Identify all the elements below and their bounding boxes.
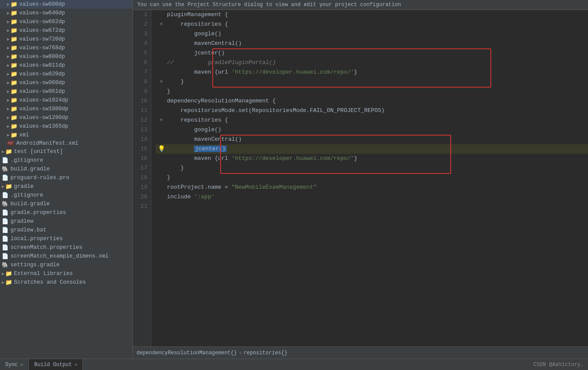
sidebar-item-gradle-properties[interactable]: 📄gradle.properties (0, 208, 133, 217)
sidebar-item-values-sw640dp[interactable]: ▶📁values-sw640dp (0, 9, 133, 17)
sidebar-item-xml[interactable]: ▶📁xml (0, 131, 133, 139)
code-text-6: // gradlePluginPortal() (167, 58, 276, 68)
sidebar-label: values-sw600dp (19, 1, 65, 7)
sidebar-item-values-sw811dp[interactable]: ▶📁values-sw811dp (0, 61, 133, 70)
folder-icon: 📁 (5, 270, 12, 277)
code-line-20: include ':app' (156, 192, 588, 202)
line-number-9: 9 (136, 87, 147, 96)
sidebar-item-AndroidManifest.xml[interactable]: MFAndroidManifest.xml (0, 139, 133, 147)
breadcrumb-part[interactable]: dependencyResolutionManagement{} (136, 350, 237, 356)
sidebar-label: values-sw768dp (19, 45, 65, 51)
code-text-18: } (167, 173, 170, 183)
code-line-10: dependencyResolutionManagement { (156, 96, 588, 106)
code-line-19: rootProject.name = "NewMobileExamManagem… (156, 183, 588, 192)
file-icon: 📄 (2, 192, 9, 199)
line-number-11: 11 (136, 106, 147, 115)
sidebar-label: gradlew.bat (10, 227, 47, 233)
code-line-3: google() (156, 29, 588, 39)
folder-icon: 📁 (10, 71, 17, 78)
arrow-icon: ▶ (7, 89, 10, 94)
sidebar-item-settings-gradle[interactable]: 🐘settings.gradle (0, 261, 133, 269)
line-number-10: 10 (136, 96, 147, 106)
line-number-3: 3 (136, 29, 147, 39)
line-number-16: 16 (136, 154, 147, 163)
gutter-12: ⊖ (156, 115, 167, 125)
sidebar-item-gitignore-app[interactable]: 📄.gitignore (0, 156, 133, 165)
arrow-icon: ▶ (7, 10, 10, 16)
sidebar-label: values-sw720dp (19, 36, 65, 42)
sidebar-label: values-sw811dp (19, 62, 65, 68)
sidebar-item-values-sw768dp[interactable]: ▶📁values-sw768dp (0, 44, 133, 52)
sidebar-item-local-properties[interactable]: 📄local.properties (0, 234, 133, 243)
code-line-21 (156, 202, 588, 211)
sidebar-label: values-sw820dp (19, 71, 65, 77)
sidebar-item-build-gradle-app[interactable]: 🐘build.gradle (0, 165, 133, 173)
sidebar-item-build-gradle-root[interactable]: 🐘build.gradle (0, 200, 133, 208)
tab-close-icon[interactable]: ✕ (75, 362, 78, 367)
code-line-17: } (156, 163, 588, 173)
sidebar-item-values-sw1280dp[interactable]: ▶📁values-sw1280dp (0, 113, 133, 122)
sidebar-label: screenMatch.properties (10, 244, 82, 251)
sidebar-label: values-sw960dp (19, 80, 65, 86)
sidebar-item-values-sw1080dp[interactable]: ▶📁values-sw1080dp (0, 105, 133, 113)
breadcrumb-part[interactable]: repositories{} (244, 350, 288, 356)
arrow-icon: ▶ (7, 132, 10, 138)
file-icon: 📄 (2, 174, 9, 181)
tab-sync[interactable]: Sync✕ (0, 359, 29, 370)
sidebar-item-values-sw600dp[interactable]: ▶📁values-sw600dp (0, 0, 133, 9)
sidebar-item-test[interactable]: ▶📁test [unitTest] (0, 147, 133, 156)
sidebar-item-gradlew[interactable]: 📄gradlew (0, 217, 133, 226)
sidebar-label: values-sw961dp (19, 88, 65, 95)
sidebar-item-values-sw672dp[interactable]: ▶📁values-sw672dp (0, 26, 133, 35)
sidebar-item-values-sw720dp[interactable]: ▶📁values-sw720dp (0, 35, 133, 44)
code-text-8: } (167, 77, 184, 87)
collapse-icon: ⊖ (160, 20, 163, 29)
sidebar-item-proguard[interactable]: 📄proguard-rules.pro (0, 173, 133, 182)
arrow-icon: ▶ (7, 28, 10, 33)
sidebar-label: .gitignore (10, 192, 43, 198)
code-line-12: ⊖ repositories { (156, 115, 588, 125)
sidebar-item-screenMatch-dimens[interactable]: 📄screenMatch_example_dimens.xml (0, 252, 133, 261)
sidebar-label: gradle.properties (10, 210, 66, 216)
code-line-13: google() (156, 125, 588, 135)
sidebar-label: local.properties (10, 236, 63, 242)
arrow-icon: ▶ (7, 71, 10, 77)
sidebar-item-values-sw820dp[interactable]: ▶📁values-sw820dp (0, 70, 133, 78)
sidebar-item-gradle[interactable]: ▶📁gradle (0, 182, 133, 191)
code-text-12: repositories { (167, 115, 228, 125)
lightbulb-icon[interactable]: 💡 (158, 144, 165, 154)
folder-icon: 📁 (10, 18, 17, 25)
sidebar-label: gradlew (10, 218, 34, 224)
line-number-19: 19 (136, 183, 147, 192)
tab-close-icon[interactable]: ✕ (20, 362, 24, 367)
sidebar-item-external-libraries[interactable]: ▶📁External Libraries (0, 269, 133, 278)
sidebar-item-values-sw960dp[interactable]: ▶📁values-sw960dp (0, 78, 133, 87)
line-numbers: 123456789101112131415161718192021 (133, 10, 151, 346)
sidebar-item-screenMatch-properties[interactable]: 📄screenMatch.properties (0, 243, 133, 252)
tab-build-output[interactable]: Build Output✕ (29, 359, 83, 370)
sidebar-item-scratches[interactable]: ▶📁Scratches and Consoles (0, 278, 133, 287)
sidebar-item-values-sw1024dp[interactable]: ▶📁values-sw1024dp (0, 96, 133, 105)
sidebar-item-values-sw1365dp[interactable]: ▶📁values-sw1365dp (0, 122, 133, 131)
sidebar: ▶📁values-sw600dp▶📁values-sw640dp▶📁values… (0, 0, 133, 359)
file-icon: 📄 (2, 227, 9, 234)
sidebar-item-gitignore-root[interactable]: 📄.gitignore (0, 191, 133, 200)
sidebar-item-gradlew-bat[interactable]: 📄gradlew.bat (0, 226, 133, 234)
breadcrumb-sep: › (238, 350, 241, 356)
sidebar-label: values-sw1365dp (19, 123, 68, 129)
arrow-icon: ▶ (2, 149, 4, 154)
sidebar-label: values-sw662dp (19, 19, 65, 25)
code-panel[interactable]: pluginManagement {⊖ repositories { googl… (151, 10, 588, 346)
arrow-icon: ▶ (7, 45, 10, 51)
sidebar-item-values-sw800dp[interactable]: ▶📁values-sw800dp (0, 52, 133, 61)
line-number-21: 21 (136, 202, 147, 211)
code-text-3: google() (167, 29, 221, 39)
sidebar-item-values-sw662dp[interactable]: ▶📁values-sw662dp (0, 17, 133, 26)
gradle-icon: 🐘 (2, 200, 9, 207)
editor-content: 123456789101112131415161718192021 plugin… (133, 10, 588, 346)
code-text-14: mavenCentral() (167, 135, 242, 144)
folder-icon: 📁 (10, 88, 17, 95)
sidebar-item-values-sw961dp[interactable]: ▶📁values-sw961dp (0, 87, 133, 96)
tab-bar: Sync✕Build Output✕ CSDN @AaVictory. (0, 359, 588, 370)
main-area: ▶📁values-sw600dp▶📁values-sw640dp▶📁values… (0, 0, 588, 359)
